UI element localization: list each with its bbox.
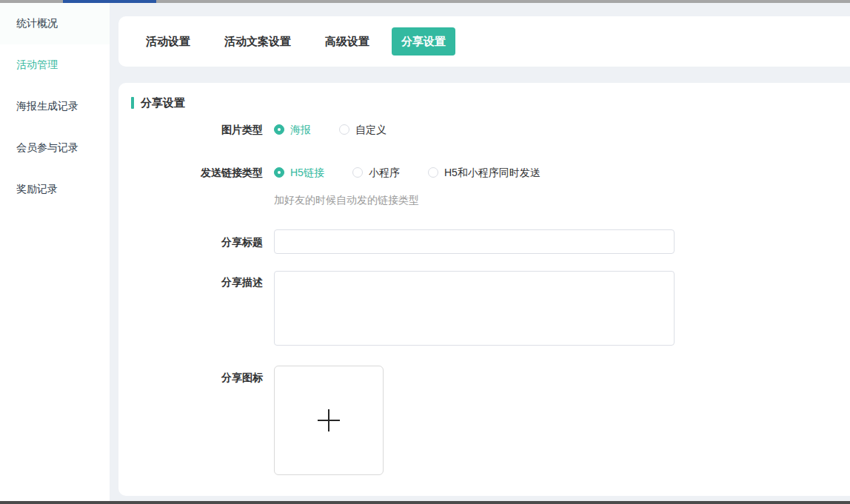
share-desc-row: 分享描述 [118, 271, 850, 349]
share-desc-label: 分享描述 [118, 271, 263, 288]
image-type-label: 图片类型 [118, 124, 263, 135]
share-title-input[interactable] [274, 229, 675, 254]
image-type-row: 图片类型 海报 自定义 [118, 124, 850, 135]
link-type-control: H5链接 小程序 H5和小程序同时发送 加好友的时候自动发的链接类型 [274, 167, 541, 206]
radio-icon [428, 167, 438, 178]
tab-activity-copy-settings[interactable]: 活动文案设置 [224, 35, 291, 49]
share-settings-panel: 分享设置 图片类型 海报 自定义 发送链接类型 [118, 83, 850, 496]
top-scrollbar-thumb[interactable] [63, 0, 156, 3]
sidebar-item-label: 会员参与记录 [16, 141, 78, 155]
tab-share-settings[interactable]: 分享设置 [392, 27, 455, 56]
share-title-row: 分享标题 [118, 229, 850, 254]
radio-label: H5和小程序同时发送 [444, 167, 541, 178]
link-type-help-text: 加好友的时候自动发的链接类型 [274, 194, 541, 206]
content-area: 活动设置 活动文案设置 高级设置 分享设置 分享设置 图片类型 海报 自定义 [110, 3, 850, 501]
link-type-row: 发送链接类型 H5链接 小程序 H5和小程序同时发送 [118, 167, 850, 206]
sidebar-item-label: 活动管理 [16, 58, 58, 72]
plus-icon [318, 409, 340, 431]
tabs-card: 活动设置 活动文案设置 高级设置 分享设置 [118, 16, 850, 67]
radio-icon [352, 167, 363, 178]
sidebar-item-statistics-overview[interactable]: 统计概况 [0, 3, 110, 44]
radio-option-h5-link[interactable]: H5链接 [274, 167, 324, 178]
radio-option-poster[interactable]: 海报 [274, 124, 311, 135]
radio-label: 海报 [290, 124, 311, 135]
radio-label: H5链接 [290, 167, 324, 178]
share-title-label: 分享标题 [118, 236, 263, 248]
section-marker [131, 97, 134, 109]
top-scrollbar-track [0, 0, 850, 3]
sidebar-item-label: 奖励记录 [16, 183, 58, 196]
tab-activity-settings[interactable]: 活动设置 [146, 35, 190, 49]
radio-icon [274, 167, 284, 178]
sidebar-item-label: 海报生成记录 [16, 100, 78, 113]
radio-option-custom[interactable]: 自定义 [339, 124, 386, 135]
sidebar-item-activity-management[interactable]: 活动管理 [0, 44, 110, 86]
sidebar-item-reward-records[interactable]: 奖励记录 [0, 169, 110, 210]
radio-option-h5-and-mini-program[interactable]: H5和小程序同时发送 [428, 167, 541, 178]
radio-option-mini-program[interactable]: 小程序 [352, 167, 400, 178]
tab-advanced-settings[interactable]: 高级设置 [325, 35, 369, 49]
sidebar-item-label: 统计概况 [16, 17, 58, 30]
link-type-label: 发送链接类型 [118, 167, 263, 178]
radio-label: 小程序 [369, 167, 400, 178]
link-type-radio-group: H5链接 小程序 H5和小程序同时发送 [274, 167, 541, 178]
share-icon-upload-box[interactable] [274, 366, 384, 475]
share-icon-label: 分享图标 [118, 366, 263, 383]
section-header: 分享设置 [131, 97, 850, 109]
bottom-bar [0, 501, 850, 504]
radio-icon [274, 124, 284, 135]
sidebar-item-poster-records[interactable]: 海报生成记录 [0, 86, 110, 127]
share-icon-row: 分享图标 [118, 366, 850, 475]
share-desc-textarea[interactable] [274, 271, 675, 346]
section-title: 分享设置 [141, 96, 185, 110]
image-type-radio-group: 海报 自定义 [274, 124, 386, 135]
sidebar-item-member-participation-records[interactable]: 会员参与记录 [0, 127, 110, 169]
radio-label: 自定义 [355, 124, 386, 135]
radio-icon [339, 124, 349, 135]
sidebar: 统计概况 活动管理 海报生成记录 会员参与记录 奖励记录 [0, 3, 110, 501]
